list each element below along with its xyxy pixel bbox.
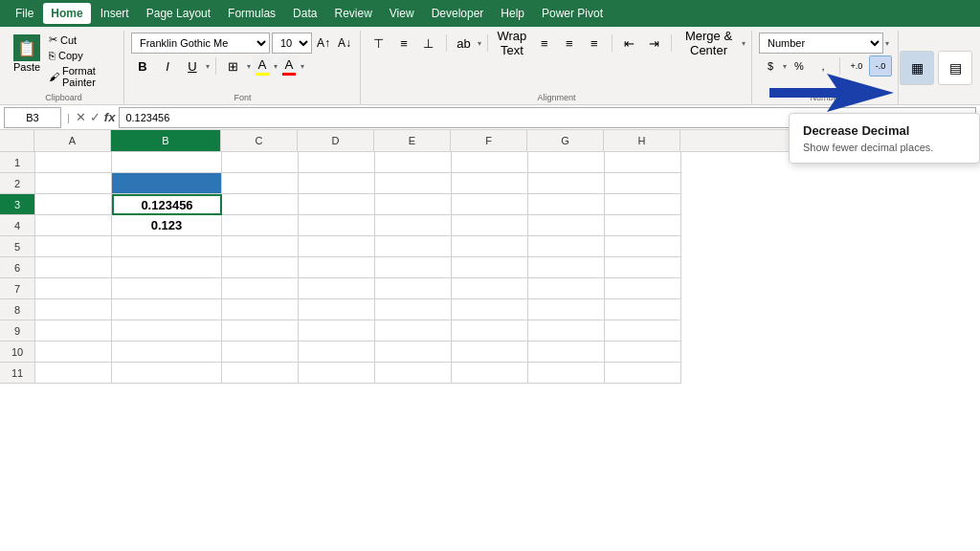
cell-d2[interactable] [299, 173, 375, 194]
row-header-7[interactable]: 7 [0, 278, 34, 299]
paste-button[interactable]: 📋 Paste [10, 33, 44, 89]
cell-g3[interactable] [528, 194, 605, 215]
underline-dropdown[interactable]: ▾ [206, 62, 210, 71]
menu-view[interactable]: View [382, 3, 422, 24]
fill-color-button[interactable]: A [253, 55, 272, 77]
cell-b10[interactable] [112, 342, 222, 363]
menu-formulas[interactable]: Formulas [220, 3, 283, 24]
col-header-g[interactable]: G [527, 130, 604, 151]
cut-button[interactable]: ✂ Cut [46, 33, 118, 47]
cell-e1[interactable] [375, 152, 452, 173]
menu-data[interactable]: Data [285, 3, 324, 24]
decrease-font-size-button[interactable]: A↓ [335, 33, 354, 54]
cell-f1[interactable] [452, 152, 528, 173]
cell-f9[interactable] [452, 320, 528, 342]
cell-c5[interactable] [222, 236, 299, 257]
format-painter-button[interactable]: 🖌 Format Painter [46, 64, 118, 89]
orientation-dropdown[interactable]: ▾ [478, 39, 481, 48]
cell-h9[interactable] [605, 320, 681, 342]
accounting-dropdown[interactable]: ▾ [783, 62, 787, 71]
cell-a7[interactable] [35, 278, 112, 299]
cell-d3[interactable] [299, 194, 375, 215]
cell-d4[interactable] [299, 215, 375, 236]
cell-e10[interactable] [375, 342, 452, 363]
bold-button[interactable]: B [131, 55, 154, 77]
cell-e5[interactable] [375, 236, 452, 257]
row-header-1[interactable]: 1 [0, 152, 34, 173]
cell-e6[interactable] [375, 257, 452, 278]
cell-reference-input[interactable] [4, 107, 61, 128]
format-as-table-button[interactable]: ▤ [938, 51, 972, 85]
cell-g10[interactable] [528, 342, 605, 363]
cell-g2[interactable] [528, 173, 605, 194]
cell-f7[interactable] [452, 278, 528, 299]
menu-developer[interactable]: Developer [424, 3, 492, 24]
cell-b11[interactable] [112, 363, 222, 384]
cell-a5[interactable] [35, 236, 112, 257]
formula-confirm-icon[interactable]: ✓ [90, 110, 100, 124]
cell-f2[interactable] [452, 173, 528, 194]
cell-d10[interactable] [299, 342, 375, 363]
increase-font-size-button[interactable]: A↑ [314, 33, 333, 54]
formula-cancel-icon[interactable]: ✕ [76, 110, 86, 124]
cell-c2[interactable] [222, 173, 299, 194]
conditional-formatting-button[interactable]: ▦ [900, 51, 934, 85]
cell-a11[interactable] [35, 363, 112, 384]
cell-g9[interactable] [528, 320, 605, 342]
borders-dropdown[interactable]: ▾ [247, 62, 251, 71]
cell-e7[interactable] [375, 278, 452, 299]
font-size-select[interactable]: 10 [272, 33, 312, 54]
cell-e11[interactable] [375, 363, 452, 384]
underline-button[interactable]: U [181, 55, 204, 77]
cell-h3[interactable] [605, 194, 681, 215]
merge-center-dropdown[interactable]: ▾ [742, 39, 746, 48]
cell-e4[interactable] [375, 215, 452, 236]
cell-d11[interactable] [299, 363, 375, 384]
col-header-d[interactable]: D [298, 130, 374, 151]
merge-center-button[interactable]: Merge & Center [678, 33, 740, 54]
cell-h5[interactable] [605, 236, 681, 257]
cell-h11[interactable] [605, 363, 681, 384]
cell-h4[interactable] [605, 215, 681, 236]
align-middle-button[interactable]: ≡ [392, 33, 415, 54]
copy-button[interactable]: ⎘ Copy [46, 49, 118, 62]
cell-f5[interactable] [452, 236, 528, 257]
cell-b6[interactable] [112, 257, 222, 278]
row-header-8[interactable]: 8 [0, 299, 34, 320]
cell-b5[interactable] [112, 236, 222, 257]
cell-d7[interactable] [299, 278, 375, 299]
wrap-text-button[interactable]: Wrap Text [493, 33, 531, 54]
cell-c10[interactable] [222, 342, 299, 363]
cell-a6[interactable] [35, 257, 112, 278]
align-bottom-button[interactable]: ⊥ [417, 33, 440, 54]
row-header-3[interactable]: 3 [0, 194, 34, 215]
font-color-button[interactable]: A [279, 55, 299, 77]
cell-c1[interactable] [222, 152, 299, 173]
row-header-2[interactable]: 2 [0, 173, 34, 194]
cell-e8[interactable] [375, 299, 452, 320]
cell-h8[interactable] [605, 299, 681, 320]
number-format-dropdown[interactable]: ▾ [885, 39, 889, 48]
cell-c8[interactable] [222, 299, 299, 320]
cell-b8[interactable] [112, 299, 222, 320]
col-header-e[interactable]: E [374, 130, 451, 151]
cell-d5[interactable] [299, 236, 375, 257]
decrease-decimal-button[interactable]: -.0 [869, 55, 892, 77]
cell-a10[interactable] [35, 342, 112, 363]
col-header-b[interactable]: B [111, 130, 221, 151]
cell-f8[interactable] [452, 299, 528, 320]
menu-power-pivot[interactable]: Power Pivot [534, 3, 611, 24]
cell-c7[interactable] [222, 278, 299, 299]
align-left-button[interactable]: ≡ [533, 33, 556, 54]
cell-a9[interactable] [35, 320, 112, 342]
orientation-button[interactable]: ab [453, 33, 476, 54]
cell-d8[interactable] [299, 299, 375, 320]
cell-a1[interactable] [35, 152, 112, 173]
cell-b4[interactable]: 0.123 [112, 215, 222, 236]
cell-a8[interactable] [35, 299, 112, 320]
borders-button[interactable]: ⊞ [222, 55, 245, 77]
row-header-9[interactable]: 9 [0, 320, 34, 342]
fill-color-dropdown[interactable]: ▾ [274, 62, 278, 71]
row-header-4[interactable]: 4 [0, 215, 34, 236]
align-right-button[interactable]: ≡ [583, 33, 606, 54]
